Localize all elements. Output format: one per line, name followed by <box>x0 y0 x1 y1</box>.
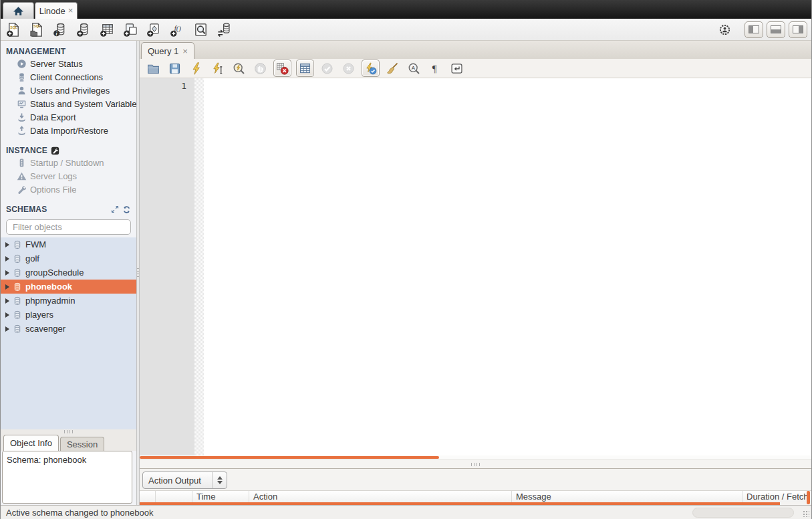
column-header-message[interactable]: Message <box>512 491 742 502</box>
management-section-header: MANAGEMENT <box>1 46 136 57</box>
users-icon <box>17 86 27 96</box>
client-connections-icon <box>17 72 27 82</box>
action-output-panel: Action Output Time Action Message Durati… <box>140 469 811 505</box>
limit-rows-button[interactable] <box>296 60 314 77</box>
window-resize-grip-icon[interactable] <box>803 510 809 517</box>
sidebar-item-label: Status and System Variables <box>30 99 136 109</box>
schema-name: FWM <box>25 239 46 249</box>
sql-editor-input[interactable] <box>204 78 811 455</box>
tab-query-1[interactable]: Query 1 × <box>141 42 194 59</box>
preferences-button[interactable] <box>717 22 732 37</box>
toggle-left-panel-button[interactable] <box>745 21 763 38</box>
sidebar-item-server-logs[interactable]: Server Logs <box>1 169 136 183</box>
inspect-database-button[interactable] <box>51 21 69 38</box>
schema-row-fwm[interactable]: FWM <box>1 237 136 251</box>
sidebar-item-users-privileges[interactable]: Users and Privileges <box>1 84 136 97</box>
schema-row-golf[interactable]: golf <box>1 251 136 266</box>
execute-current-button[interactable] <box>209 60 226 77</box>
home-tab[interactable] <box>3 2 34 19</box>
data-export-icon <box>17 112 27 122</box>
tab-object-info[interactable]: Object Info <box>3 435 59 451</box>
editor-hscrollbar-thumb[interactable] <box>140 456 439 459</box>
schema-name: phonebook <box>25 282 72 292</box>
expander-icon[interactable] <box>5 284 9 290</box>
editor-hscrollbar[interactable] <box>140 455 811 459</box>
beautify-button[interactable] <box>384 60 401 77</box>
create-procedure-button[interactable] <box>145 21 162 38</box>
query-tab-bar: Query 1 × <box>140 41 811 59</box>
column-header-status[interactable] <box>140 491 156 502</box>
sidebar-item-system-variables[interactable]: Status and System Variables <box>1 97 136 110</box>
expander-icon[interactable] <box>5 242 9 247</box>
sidebar-item-label: Data Export <box>30 112 76 122</box>
sidebar-item-label: Client Connections <box>30 72 103 82</box>
server-logs-icon <box>17 171 27 181</box>
schema-row-phpmyadmin[interactable]: phpmyadmin <box>1 294 136 308</box>
sidebar-item-client-connections[interactable]: Client Connections <box>1 70 136 84</box>
schema-row-scavenger[interactable]: scavenger <box>1 322 136 336</box>
expander-icon[interactable] <box>5 270 9 276</box>
expand-panel-icon[interactable] <box>111 205 119 213</box>
column-header-duration-fetch[interactable]: Duration / Fetch <box>742 491 811 502</box>
close-query-tab-icon[interactable]: × <box>182 46 188 56</box>
new-sql-tab-icon <box>6 22 21 37</box>
rollback-button <box>340 60 357 77</box>
expander-icon[interactable] <box>5 256 9 262</box>
query-editor-toolbar <box>140 59 811 78</box>
toggle-bottom-panel-button[interactable] <box>767 21 785 38</box>
sidebar-item-data-export[interactable]: Data Export <box>1 110 136 124</box>
selector-spinner-icon[interactable] <box>212 472 227 488</box>
refresh-schemas-icon[interactable] <box>122 205 131 214</box>
toggle-stop-on-error-icon <box>275 62 289 76</box>
new-sql-tab-button[interactable] <box>5 21 22 38</box>
schema-row-players[interactable]: players <box>1 308 136 322</box>
expander-icon[interactable] <box>5 298 9 304</box>
execute-button[interactable] <box>188 60 205 77</box>
sidebar-item-label: Startup / Shutdown <box>30 158 104 168</box>
open-sql-script-button[interactable] <box>28 21 45 38</box>
wrap-text-button[interactable] <box>448 60 465 77</box>
editor-output-splitter[interactable] <box>140 459 811 469</box>
schema-icon <box>13 324 22 334</box>
sidebar-item-startup-shutdown[interactable]: Startup / Shutdown <box>1 156 136 169</box>
column-header-action[interactable]: Action <box>249 491 512 502</box>
create-view-button[interactable] <box>122 21 139 38</box>
column-header-time[interactable]: Time <box>192 491 249 502</box>
search-table-data-button[interactable] <box>192 21 209 38</box>
schema-row-phonebook[interactable]: phonebook <box>1 280 136 294</box>
output-vscrollbar-thumb[interactable] <box>807 491 810 504</box>
sidebar-item-options-file[interactable]: Options File <box>1 183 136 196</box>
close-connection-tab-icon[interactable]: × <box>68 7 74 14</box>
find-button[interactable] <box>406 60 422 77</box>
sidebar-item-data-import[interactable]: Data Import/Restore <box>1 124 136 137</box>
connection-tab-linode[interactable]: Linode × <box>35 2 78 19</box>
schema-icon <box>13 268 22 278</box>
sidebar-bottom-splitter[interactable] <box>1 429 136 434</box>
rollback-icon <box>342 62 356 76</box>
schema-filter-input[interactable] <box>13 222 130 232</box>
reconnect-dbms-button[interactable] <box>215 21 233 38</box>
expander-icon[interactable] <box>5 312 9 318</box>
expander-icon[interactable] <box>5 326 9 332</box>
stop-icon <box>253 62 267 76</box>
schema-row-groupschedule[interactable]: groupSchedule <box>1 266 136 280</box>
create-table-button[interactable] <box>98 21 116 38</box>
show-invisibles-button[interactable] <box>427 60 444 77</box>
splitter-grip-icon <box>137 268 139 278</box>
toggle-stop-on-error-button[interactable] <box>273 60 291 77</box>
explain-button[interactable] <box>231 60 247 77</box>
create-function-button[interactable] <box>168 21 186 38</box>
column-header-index[interactable] <box>156 491 192 502</box>
open-file-button[interactable] <box>145 60 162 77</box>
sidebar-item-server-status[interactable]: Server Status <box>1 57 136 70</box>
info-panel-tabs: Object Info Session <box>1 434 136 451</box>
stop-button <box>252 60 269 77</box>
save-button[interactable] <box>166 60 183 77</box>
tab-session[interactable]: Session <box>60 437 104 451</box>
toggle-autocommit-button[interactable] <box>362 60 380 77</box>
toggle-right-panel-button[interactable] <box>789 21 807 38</box>
sidebar-item-label: Options File <box>30 185 76 195</box>
create-schema-button[interactable] <box>75 21 92 38</box>
output-view-selector[interactable]: Action Output <box>142 472 227 489</box>
line-number-gutter: 1 <box>140 78 194 455</box>
